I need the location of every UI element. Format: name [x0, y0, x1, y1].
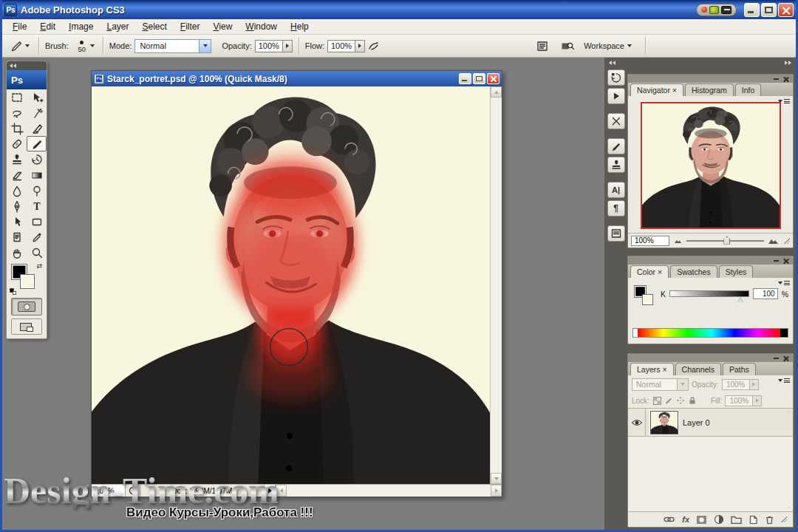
toggle-palettes-button[interactable]: [533, 38, 551, 54]
menu-image[interactable]: Image: [62, 20, 100, 33]
layer-style-icon[interactable]: fx: [682, 515, 689, 524]
doc-maximize-button[interactable]: [473, 73, 485, 84]
default-colors-icon[interactable]: [10, 288, 16, 295]
layer-fill-field[interactable]: 100%: [725, 395, 762, 406]
lock-position-button[interactable]: [676, 396, 686, 406]
blur-tool[interactable]: [7, 183, 27, 198]
opacity-field[interactable]: 100%: [255, 40, 293, 52]
tab-histogram[interactable]: Histogram: [685, 83, 734, 96]
opacity-spinner[interactable]: [283, 40, 293, 52]
adjustment-layer-icon[interactable]: [714, 514, 724, 525]
tab-channels[interactable]: Channels: [675, 363, 721, 375]
vertical-scrollbar[interactable]: [490, 86, 502, 484]
document-titlebar[interactable]: Ps Starck_portret.psd @ 100% (Quick Mask…: [92, 71, 502, 86]
new-layer-icon[interactable]: [748, 515, 758, 525]
screen-mode-button[interactable]: [11, 318, 42, 335]
zoom-out-icon[interactable]: [674, 238, 683, 244]
lock-all-button[interactable]: [688, 396, 698, 406]
brushes-panel-button[interactable]: [607, 138, 625, 154]
delete-layer-icon[interactable]: [765, 515, 774, 525]
tab-color[interactable]: Color ×: [630, 265, 669, 278]
flow-value[interactable]: 100%: [327, 40, 355, 52]
link-layers-icon[interactable]: [663, 515, 675, 524]
new-group-icon[interactable]: [731, 515, 742, 524]
lasso-tool[interactable]: [7, 105, 27, 120]
resize-grip[interactable]: [784, 238, 790, 244]
menu-file[interactable]: File: [6, 20, 33, 33]
scroll-down-icon[interactable]: ⌄: [785, 502, 791, 510]
menu-window[interactable]: Window: [239, 20, 284, 33]
history-brush-tool[interactable]: [27, 151, 47, 167]
horizontal-scrollbar[interactable]: [276, 485, 502, 497]
collapse-dock-button[interactable]: [609, 61, 615, 65]
quick-mask-button[interactable]: [11, 298, 42, 316]
slider-thumb[interactable]: [723, 236, 730, 245]
zoom-tool[interactable]: [27, 245, 47, 260]
navigator-zoom-slider[interactable]: [674, 237, 780, 245]
combo-arrow-button[interactable]: [677, 379, 688, 390]
eraser-tool[interactable]: [7, 167, 27, 183]
layer-name[interactable]: Layer 0: [683, 418, 710, 427]
tab-info[interactable]: Info: [735, 83, 762, 96]
scroll-right-button[interactable]: [491, 485, 502, 497]
k-slider-thumb[interactable]: [737, 297, 743, 302]
scroll-up-button[interactable]: [491, 86, 502, 98]
panel-minimize-icon[interactable]: [774, 260, 779, 262]
tool-presets-panel-button[interactable]: [607, 113, 625, 129]
blend-mode-select[interactable]: Normal: [134, 39, 211, 53]
shape-tool[interactable]: [27, 214, 47, 229]
background-color-swatch[interactable]: [642, 294, 653, 305]
menu-view[interactable]: View: [207, 20, 239, 33]
tool-preset-picker[interactable]: [6, 38, 33, 54]
rectangular-marquee-tool[interactable]: [7, 89, 27, 105]
visibility-toggle[interactable]: [628, 409, 646, 436]
minimize-button[interactable]: [744, 3, 760, 17]
crop-tool[interactable]: [7, 120, 27, 136]
history-panel-button[interactable]: [607, 69, 625, 86]
doc-minimize-button[interactable]: [459, 73, 471, 84]
path-selection-tool[interactable]: [7, 214, 27, 229]
background-color-swatch[interactable]: [20, 274, 35, 289]
opacity-value[interactable]: 100%: [255, 40, 283, 52]
doc-close-button[interactable]: [487, 73, 499, 84]
scroll-up-icon[interactable]: ⌃: [785, 410, 791, 417]
brush-preset-picker[interactable]: 50: [72, 39, 97, 53]
lock-transparency-button[interactable]: [652, 396, 662, 406]
panel-close-icon[interactable]: [783, 76, 789, 82]
slider-track[interactable]: [686, 240, 764, 242]
slice-tool[interactable]: [27, 120, 47, 136]
tab-paths[interactable]: Paths: [723, 363, 756, 375]
add-mask-icon[interactable]: [696, 515, 707, 525]
gradient-tool[interactable]: [27, 167, 47, 183]
swap-colors-icon[interactable]: ⇄: [36, 262, 42, 270]
k-value-field[interactable]: 100: [753, 288, 778, 299]
tab-swatches[interactable]: Swatches: [670, 265, 717, 278]
panel-menu-button[interactable]: [778, 281, 790, 285]
panel-close-icon[interactable]: [783, 355, 789, 361]
menu-edit[interactable]: Edit: [33, 20, 62, 33]
layer-comps-panel-button[interactable]: [607, 225, 625, 242]
navigator-zoom-field[interactable]: 100%: [631, 236, 669, 246]
flow-spinner[interactable]: [355, 40, 365, 52]
close-button[interactable]: [778, 3, 794, 17]
panel-close-icon[interactable]: [783, 258, 789, 264]
layer-thumbnail[interactable]: [650, 411, 678, 434]
clone-source-panel-button[interactable]: [607, 157, 625, 173]
menu-select[interactable]: Select: [135, 20, 173, 33]
clone-stamp-tool[interactable]: [7, 151, 27, 167]
panel-menu-button[interactable]: [778, 99, 790, 103]
navigator-proxy-view[interactable]: [641, 102, 781, 229]
k-slider[interactable]: [669, 290, 749, 297]
brush-tool[interactable]: [27, 136, 47, 151]
hand-tool[interactable]: [7, 245, 27, 260]
document-size-info[interactable]: Doc: 1,93M/1,37M: [140, 485, 265, 497]
flow-field[interactable]: 100%: [327, 40, 365, 52]
spectrum-rainbow[interactable]: [638, 329, 780, 337]
fill-spinner[interactable]: [753, 395, 762, 406]
maximize-button[interactable]: [761, 3, 777, 17]
notes-tool[interactable]: [7, 229, 27, 245]
panel-menu-button[interactable]: [778, 378, 790, 383]
menu-help[interactable]: Help: [284, 20, 316, 33]
panel-minimize-icon[interactable]: [774, 358, 779, 359]
resize-grip[interactable]: [781, 516, 787, 522]
